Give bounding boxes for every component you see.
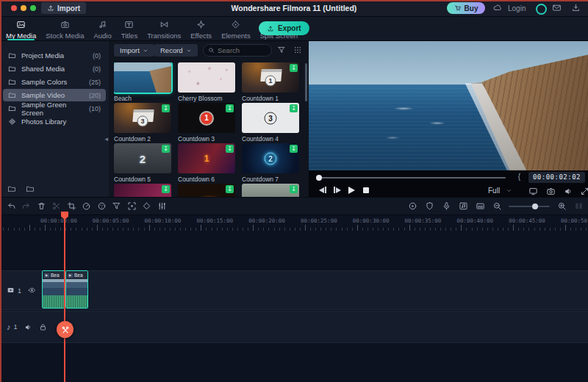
scrubber-handle[interactable]: [316, 175, 322, 181]
motion-tracking-icon[interactable]: [126, 201, 137, 212]
media-item-partial-2[interactable]: ↧: [178, 184, 235, 197]
playhead-line[interactable]: [64, 217, 65, 382]
scrubber-track[interactable]: [318, 177, 506, 179]
feedback-button[interactable]: [552, 3, 562, 12]
sidebar-collapse-arrow-icon[interactable]: ◂: [104, 136, 108, 143]
media-item-partial-3[interactable]: ↧: [242, 184, 299, 197]
display-device-button[interactable]: [528, 187, 538, 196]
sidebar-item-shared-media[interactable]: Shared Media (0): [3, 62, 106, 75]
add-folder-icon[interactable]: [7, 184, 16, 193]
speed-icon[interactable]: [82, 201, 92, 212]
grid-view-button[interactable]: [293, 46, 302, 54]
media-item-countdown-2[interactable]: 3 ↧ Countdown 2: [114, 103, 171, 143]
timeline-clip-beach-2[interactable]: ▶ Bea: [65, 270, 88, 309]
tab-elements[interactable]: Elements: [221, 16, 251, 40]
sidebar-item-sample-colors[interactable]: Sample Colors (25): [3, 76, 106, 88]
media-item-label: Countdown 3: [178, 135, 235, 143]
media-import-dropdown[interactable]: Import: [114, 44, 154, 57]
tab-stock-media[interactable]: Stock Media: [46, 16, 84, 40]
countdown-number: 2: [140, 152, 146, 165]
cloud-button[interactable]: [492, 3, 502, 12]
export-button[interactable]: Export: [259, 21, 309, 35]
redo-icon[interactable]: [21, 201, 32, 212]
voiceover-record-icon[interactable]: [441, 201, 451, 212]
media-item-countdown-5[interactable]: 2 ↧ Countdown 5: [114, 143, 171, 184]
tab-audio[interactable]: Audio: [93, 16, 111, 40]
timeline-clip-beach-1[interactable]: ▶ Bea: [42, 270, 65, 309]
media-item-countdown-1[interactable]: 1 ↧ Countdown 1: [242, 62, 299, 103]
captions-icon[interactable]: [475, 201, 485, 212]
audio-denoise-icon[interactable]: [424, 201, 434, 212]
download-badge-icon[interactable]: ↧: [290, 104, 298, 112]
ruler-timestamp: 00:00:25:00: [301, 217, 337, 224]
download-center-button[interactable]: [571, 3, 581, 12]
split-playhead-button[interactable]: [57, 321, 74, 338]
split-icon[interactable]: [51, 201, 62, 212]
clip-header: ▶ Bea: [43, 271, 64, 279]
download-badge-icon[interactable]: ↧: [290, 185, 298, 193]
download-badge-icon[interactable]: ↧: [162, 145, 170, 153]
tab-transitions[interactable]: Transitions: [147, 16, 181, 40]
download-badge-icon[interactable]: ↧: [290, 64, 298, 72]
expand-icon: [580, 187, 588, 196]
sidebar-item-photos-library[interactable]: Photos Library: [3, 115, 106, 128]
next-frame-button[interactable]: [334, 187, 341, 193]
render-preview-icon[interactable]: [407, 201, 417, 212]
stop-button[interactable]: [363, 187, 369, 193]
sidebar-item-sample-video[interactable]: Sample Video (20): [3, 89, 106, 101]
audio-sync-icon[interactable]: [458, 201, 468, 212]
mute-button[interactable]: [564, 187, 573, 196]
media-record-dropdown[interactable]: Record: [154, 44, 198, 57]
search-box[interactable]: [203, 44, 272, 57]
keyframe-icon[interactable]: [142, 201, 152, 212]
fit-timeline-button[interactable]: [573, 201, 584, 212]
timeline-ruler[interactable]: 00:00:00:0000:00:05:0000:00:10:0000:00:1…: [0, 215, 588, 233]
preview-scrubber-bar: { } 00:00:02:02: [309, 171, 588, 184]
sidebar-item-label: Sample Colors: [21, 78, 67, 86]
timeline-zoom-out-button[interactable]: [492, 201, 502, 212]
color-correction-icon[interactable]: [96, 201, 107, 212]
download-badge-icon[interactable]: ↧: [226, 185, 234, 193]
filter-button[interactable]: [277, 46, 286, 54]
preview-quality-dropdown[interactable]: Full: [488, 187, 512, 195]
sidebar-item-sample-green-screen[interactable]: Sample Green Screen (10): [3, 102, 106, 115]
download-badge-icon[interactable]: ↧: [162, 104, 170, 112]
media-item-cherry-blossom[interactable]: Cherry Blossom: [178, 62, 235, 103]
tab-effects[interactable]: Effects: [190, 16, 212, 40]
media-item-countdown-6[interactable]: 1 ↧ Countdown 6: [178, 143, 235, 184]
media-item-countdown-3[interactable]: 1 ↧ Countdown 3: [178, 103, 235, 143]
tab-my-media[interactable]: My Media: [6, 16, 36, 40]
tab-titles[interactable]: Titles: [121, 16, 137, 40]
media-item-countdown-4[interactable]: 3 ↧ Countdown 4: [242, 103, 299, 143]
fullscreen-button[interactable]: [580, 187, 588, 196]
delete-icon[interactable]: [36, 201, 46, 212]
buy-button[interactable]: Buy: [447, 2, 485, 14]
search-input[interactable]: [218, 46, 267, 54]
undo-icon[interactable]: [6, 201, 16, 212]
login-button[interactable]: Login: [508, 4, 526, 12]
timeline-zoom-in-button[interactable]: [556, 201, 567, 212]
play-button[interactable]: [348, 187, 355, 194]
download-badge-icon[interactable]: ↧: [226, 104, 234, 112]
chroma-key-icon[interactable]: [112, 201, 122, 212]
timeline-zoom-slider[interactable]: [509, 206, 550, 207]
sidebar-item-project-media[interactable]: Project Media (0): [3, 49, 106, 62]
account-avatar-ring-icon[interactable]: [536, 4, 547, 15]
download-badge-icon[interactable]: ↧: [290, 145, 298, 153]
media-scrollbar[interactable]: [305, 63, 307, 101]
download-badge-icon[interactable]: ↧: [226, 145, 234, 153]
media-thumbnail: 3 ↧: [114, 103, 171, 133]
crop-icon[interactable]: [66, 201, 76, 212]
media-item-countdown-7[interactable]: 2 ↧ Countdown 7: [242, 143, 299, 184]
media-item-partial-1[interactable]: 5 ↧: [114, 184, 171, 197]
media-item-label: Countdown 7: [242, 176, 299, 183]
delete-folder-icon[interactable]: [26, 184, 35, 193]
previous-frame-button[interactable]: [319, 187, 326, 193]
download-badge-icon[interactable]: ↧: [162, 185, 170, 193]
snapshot-button[interactable]: [546, 187, 556, 196]
audio-adjust-icon[interactable]: [157, 201, 167, 212]
media-item-beach[interactable]: ✓ Beach: [114, 62, 171, 103]
media-item-label: Countdown 1: [242, 95, 299, 102]
zoom-slider-handle[interactable]: [532, 203, 538, 209]
mark-in-button[interactable]: {: [518, 173, 520, 181]
